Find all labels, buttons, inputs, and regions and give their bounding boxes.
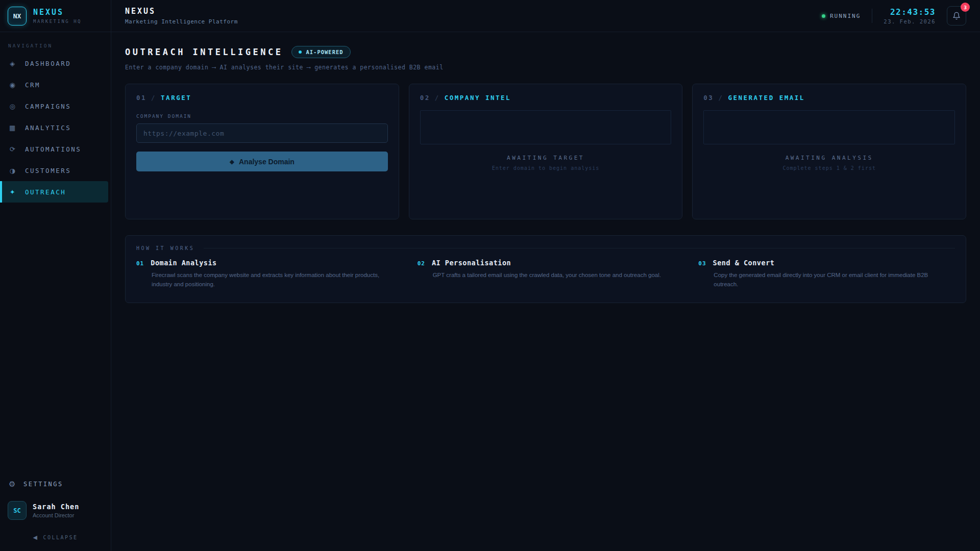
step-send-convert: 03 Send & Convert Copy the generated ema…: [698, 259, 955, 289]
step-number: 01: [136, 260, 144, 267]
system-status: RUNNING: [822, 13, 861, 19]
page-title-row: OUTREACH INTELLIGENCE AI-POWERED: [125, 46, 966, 58]
step-domain-analysis: 01 Domain Analysis Firecrawl scans the c…: [136, 259, 393, 289]
page-title: OUTREACH INTELLIGENCE: [125, 47, 283, 57]
user-profile[interactable]: SC Sarah Chen Account Director: [8, 501, 103, 520]
collapse-sidebar-button[interactable]: ◀ COLLAPSE: [8, 531, 103, 544]
step-title: Send & Convert: [713, 259, 775, 267]
collapse-arrow-icon: ◀: [33, 534, 38, 541]
step-description: GPT crafts a tailored email using the cr…: [433, 271, 673, 280]
nav-section-label: NAVIGATION: [0, 32, 111, 53]
card-target: 01 / TARGET COMPANY DOMAIN ◆ Analyse Dom…: [125, 84, 399, 219]
outreach-sparkle-icon: ✦: [9, 188, 17, 196]
sidebar-item-crm[interactable]: ◉ CRM: [0, 74, 111, 95]
ai-powered-label: AI-POWERED: [306, 49, 343, 55]
sidebar-item-customers[interactable]: ◑ CUSTOMERS: [0, 160, 111, 181]
user-name: Sarah Chen: [33, 503, 79, 511]
avatar: SC: [8, 501, 27, 520]
sidebar-item-outreach[interactable]: ✦ OUTREACH: [0, 181, 108, 203]
page-content: OUTREACH INTELLIGENCE AI-POWERED Enter a…: [111, 32, 980, 303]
card-generated-email: 03 / GENERATED EMAIL AWAITING ANALYSIS C…: [692, 84, 966, 219]
how-it-works-steps: 01 Domain Analysis Firecrawl scans the c…: [136, 259, 955, 289]
sidebar-item-label: AUTOMATIONS: [25, 145, 81, 153]
card-slash: /: [435, 94, 440, 102]
clock-date: 23. Feb. 2026: [884, 18, 936, 24]
how-it-works-label: HOW IT WORKS: [136, 245, 194, 251]
clock: 22:43:53 23. Feb. 2026: [884, 7, 936, 24]
card-company-intel: 02 / COMPANY INTEL AWAITING TARGET Enter…: [409, 84, 683, 219]
email-empty-placeholder: [703, 110, 955, 144]
diamond-icon: ◆: [230, 158, 234, 165]
collapse-label: COLLAPSE: [43, 535, 78, 540]
sidebar-item-label: OUTREACH: [25, 188, 66, 196]
card-number: 03: [703, 94, 714, 102]
analyse-domain-button[interactable]: ◆ Analyse Domain: [136, 152, 388, 171]
step-title: Domain Analysis: [151, 259, 216, 267]
company-domain-input[interactable]: [136, 123, 388, 143]
header-rule: [204, 248, 955, 248]
bell-icon: [952, 12, 961, 20]
card-title: TARGET: [161, 94, 191, 102]
sidebar-item-label: CUSTOMERS: [25, 167, 71, 174]
ai-powered-badge: AI-POWERED: [291, 46, 350, 58]
step-number: 03: [698, 260, 706, 267]
sidebar-item-campaigns[interactable]: ◎ CAMPAIGNS: [0, 95, 111, 117]
sidebar-nav: ◈ DASHBOARD ◉ CRM ◎ CAMPAIGNS ▦ ANALYTIC…: [0, 53, 111, 203]
sidebar-item-analytics[interactable]: ▦ ANALYTICS: [0, 117, 111, 138]
topbar: NEXUS Marketing Intelligence Platform RU…: [111, 0, 980, 32]
card-title: GENERATED EMAIL: [728, 94, 804, 102]
card-number: 01: [136, 94, 146, 102]
email-status-text: AWAITING ANALYSIS: [703, 155, 955, 161]
step-title: AI Personalisation: [432, 259, 511, 267]
customers-icon: ◑: [9, 167, 17, 174]
app-root: NX NEXUS MARKETING HQ NAVIGATION ◈ DASHB…: [0, 0, 980, 551]
settings-button[interactable]: ⚙ SETTINGS: [8, 475, 103, 493]
card-target-header: 01 / TARGET: [136, 94, 388, 102]
workflow-cards: 01 / TARGET COMPANY DOMAIN ◆ Analyse Dom…: [125, 84, 966, 219]
card-email-header: 03 / GENERATED EMAIL: [703, 94, 955, 102]
sidebar-item-label: ANALYTICS: [25, 124, 71, 132]
page-description: Enter a company domain ⟶ AI analyses the…: [125, 64, 966, 71]
crm-icon: ◉: [9, 81, 17, 89]
sidebar-item-automations[interactable]: ⟳ AUTOMATIONS: [0, 138, 111, 160]
settings-label: SETTINGS: [23, 481, 63, 488]
notification-count-badge: 3: [961, 3, 970, 12]
gear-icon: ⚙: [9, 480, 17, 489]
analyse-domain-label: Analyse Domain: [239, 158, 295, 166]
step-description: Firecrawl scans the company website and …: [152, 271, 391, 289]
sidebar-item-label: CRM: [25, 81, 40, 89]
topbar-divider: [872, 9, 872, 23]
campaigns-icon: ◎: [9, 103, 17, 110]
sidebar-item-label: CAMPAIGNS: [25, 103, 71, 110]
notifications-button[interactable]: 3: [947, 6, 966, 26]
how-it-works-header: HOW IT WORKS: [136, 245, 955, 251]
card-title: COMPANY INTEL: [445, 94, 511, 102]
analytics-icon: ▦: [9, 124, 17, 132]
intel-status-hint: Enter domain to begin analysis: [420, 165, 672, 171]
nexus-logo-monogram: NX: [8, 7, 27, 26]
how-it-works-panel: HOW IT WORKS 01 Domain Analysis Firecraw…: [125, 235, 966, 303]
dashboard-icon: ◈: [9, 60, 17, 67]
logo-area: NX NEXUS MARKETING HQ: [0, 0, 111, 32]
badge-dot-icon: [299, 51, 302, 54]
topbar-right: RUNNING 22:43:53 23. Feb. 2026 3: [822, 6, 966, 26]
card-intel-header: 02 / COMPANY INTEL: [420, 94, 672, 102]
card-slash: /: [718, 94, 723, 102]
sidebar-item-dashboard[interactable]: ◈ DASHBOARD: [0, 53, 111, 74]
main-area: NEXUS Marketing Intelligence Platform RU…: [111, 0, 980, 551]
status-dot-icon: [822, 14, 825, 18]
sidebar: NX NEXUS MARKETING HQ NAVIGATION ◈ DASHB…: [0, 0, 111, 551]
clock-time: 22:43:53: [884, 7, 936, 17]
intel-status-text: AWAITING TARGET: [420, 155, 672, 161]
step-ai-personalisation: 02 AI Personalisation GPT crafts a tailo…: [418, 259, 674, 289]
step-description: Copy the generated email directly into y…: [714, 271, 953, 289]
sidebar-footer: ⚙ SETTINGS SC Sarah Chen Account Directo…: [0, 470, 111, 551]
sidebar-item-label: DASHBOARD: [25, 60, 71, 67]
brand-subtitle: MARKETING HQ: [33, 19, 82, 24]
brand-title: NEXUS: [33, 8, 82, 17]
email-status-hint: Complete steps 1 & 2 first: [703, 165, 955, 171]
company-domain-label: COMPANY DOMAIN: [136, 113, 388, 119]
intel-empty-placeholder: [420, 110, 672, 144]
app-title: NEXUS: [125, 7, 238, 16]
automations-icon: ⟳: [9, 145, 17, 153]
